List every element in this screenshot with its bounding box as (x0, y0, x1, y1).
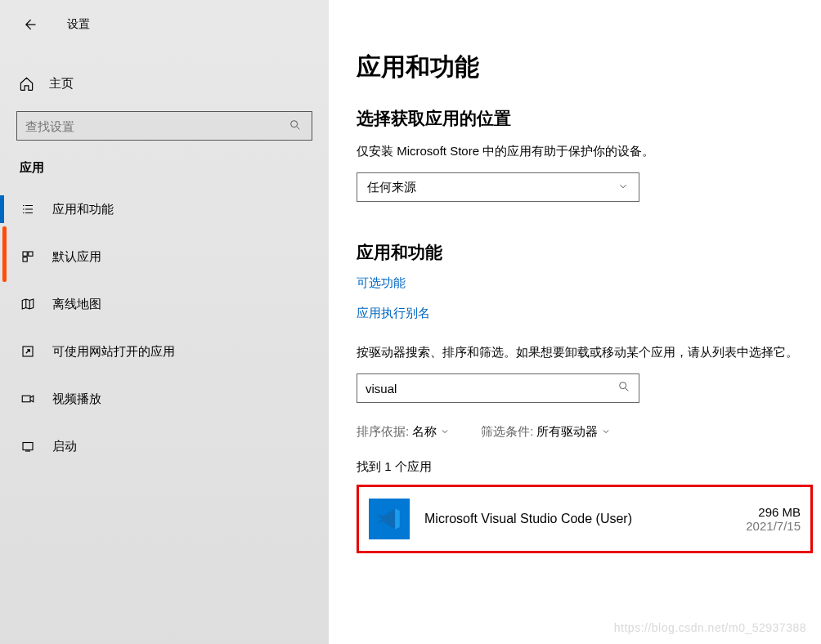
app-list-highlight: Microsoft Visual Studio Code (User) 296 … (357, 485, 813, 553)
app-name: Microsoft Visual Studio Code (User) (424, 512, 731, 526)
svg-rect-4 (23, 257, 27, 262)
sort-label: 排序依据: (357, 424, 409, 440)
filter-label: 筛选条件: (481, 424, 533, 440)
chevron-down-icon (601, 425, 611, 439)
install-source-title: 选择获取应用的位置 (357, 107, 821, 130)
svg-line-10 (626, 388, 628, 391)
filter-by-selector[interactable]: 筛选条件: 所有驱动器 (481, 424, 611, 440)
chevron-down-icon (617, 181, 629, 195)
nav-label: 视频播放 (52, 391, 101, 407)
nav-label: 可使用网站打开的应用 (52, 344, 175, 360)
sort-value: 名称 (412, 424, 437, 440)
settings-search-box[interactable] (16, 111, 312, 141)
window-title: 设置 (67, 17, 90, 32)
home-label: 主页 (49, 76, 74, 92)
dropdown-value: 任何来源 (367, 180, 416, 195)
sidebar-item-startup[interactable]: 启动 (0, 423, 329, 470)
sidebar-item-home[interactable]: 主页 (0, 65, 329, 101)
search-description: 按驱动器搜索、排序和筛选。如果想要卸载或移动某个应用，请从列表中选择它。 (357, 342, 821, 362)
nav-label: 离线地图 (52, 297, 101, 312)
apps-features-title: 应用和功能 (357, 241, 821, 264)
watermark: https://blog.csdn.net/m0_52937388 (614, 621, 806, 634)
video-icon (20, 391, 36, 406)
optional-features-link[interactable]: 可选功能 (357, 275, 821, 291)
app-search-input[interactable] (366, 382, 617, 396)
svg-rect-6 (22, 396, 30, 402)
settings-search-input[interactable] (25, 119, 289, 133)
startup-icon (20, 439, 36, 454)
sidebar-item-video-playback[interactable]: 视频播放 (0, 375, 329, 423)
sidebar-item-apps-features[interactable]: 应用和功能 (0, 186, 329, 233)
defaults-icon (20, 249, 36, 264)
back-button[interactable] (18, 13, 41, 36)
chevron-down-icon (440, 425, 450, 439)
svg-rect-7 (23, 443, 33, 450)
app-size: 296 MB (746, 505, 801, 519)
nav-label: 启动 (52, 439, 77, 454)
svg-point-0 (291, 121, 298, 127)
svg-line-1 (297, 127, 299, 129)
list-icon (20, 202, 36, 217)
sidebar-item-offline-maps[interactable]: 离线地图 (0, 280, 329, 328)
vscode-icon (369, 499, 410, 539)
sidebar-item-apps-for-websites[interactable]: 可使用网站打开的应用 (0, 328, 329, 375)
app-list-item[interactable]: Microsoft Visual Studio Code (User) 296 … (369, 494, 801, 544)
svg-point-9 (620, 382, 626, 389)
search-icon (289, 119, 303, 133)
svg-rect-2 (23, 252, 27, 256)
found-count-text: 找到 1 个应用 (357, 459, 821, 475)
svg-rect-3 (29, 252, 33, 256)
app-search-box[interactable] (357, 373, 639, 403)
sidebar-section-label: 应用 (0, 141, 329, 186)
back-arrow-icon (21, 16, 38, 33)
install-source-dropdown[interactable]: 任何来源 (357, 172, 639, 202)
filter-value: 所有驱动器 (536, 424, 598, 440)
map-icon (20, 297, 36, 311)
page-title: 应用和功能 (357, 51, 821, 84)
sort-by-selector[interactable]: 排序依据: 名称 (357, 424, 450, 440)
sidebar-item-default-apps[interactable]: 默认应用 (0, 233, 329, 280)
install-source-desc: 仅安装 Microsoft Store 中的应用有助于保护你的设备。 (357, 141, 821, 161)
app-aliases-link[interactable]: 应用执行别名 (357, 306, 821, 321)
nav-label: 应用和功能 (52, 202, 114, 217)
nav-label: 默认应用 (52, 249, 101, 265)
search-icon (617, 380, 630, 396)
home-icon (18, 76, 34, 92)
app-date: 2021/7/15 (746, 519, 801, 533)
open-external-icon (20, 344, 36, 359)
